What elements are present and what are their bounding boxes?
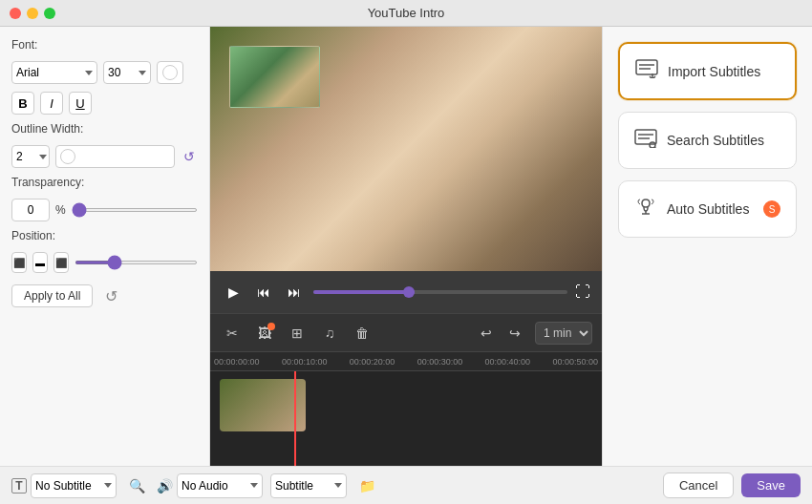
transparency-unit: %: [55, 203, 66, 217]
outline-color-swatch: [60, 149, 75, 164]
tick-0: 00:00:00:00: [214, 357, 260, 367]
color-swatch: [162, 65, 178, 80]
main-area: Font: Arial 30 B I U Outline Width: 2: [0, 27, 812, 466]
auto-subtitles-badge: S: [763, 200, 780, 218]
video-placeholder: [210, 27, 602, 271]
fullscreen-button[interactable]: ⛶: [575, 284, 590, 301]
undo-button[interactable]: ↩: [474, 321, 499, 346]
position-slider[interactable]: [75, 261, 198, 264]
underline-button[interactable]: U: [69, 92, 92, 115]
position-row: ⬛ ▬ ⬛: [11, 252, 198, 273]
timeline-tracks: [210, 371, 602, 466]
scissors-tool-button[interactable]: ✂: [220, 321, 245, 346]
footer: T No Subtitle 🔍 🔊 No Audio Subtitle 📁 Ca…: [0, 466, 812, 504]
timeline-ruler: 00:00:00:00 00:00:10:00 00:00:20:00 00:0…: [210, 352, 602, 371]
ruler-ticks: 00:00:00:00 00:00:10:00 00:00:20:00 00:0…: [214, 357, 598, 367]
outline-width-label: Outline Width:: [11, 122, 198, 136]
prev-frame-button[interactable]: ⏮: [252, 281, 275, 304]
title-bar: YouTube Intro: [0, 0, 812, 27]
progress-bar[interactable]: [313, 290, 567, 294]
center-area: ▶ ⏮ ⏭ ⛶ ✂ 🖼 ⊞ ♫ 🗑: [210, 27, 602, 466]
tick-3: 00:00:30:00: [417, 357, 463, 367]
font-row: Arial 30: [11, 61, 198, 84]
subtitle-select-container: T No Subtitle: [11, 473, 117, 498]
position-label: Position:: [11, 229, 198, 242]
svg-rect-0: [636, 60, 657, 74]
left-panel: Font: Arial 30 B I U Outline Width: 2: [0, 27, 210, 466]
transparency-slider[interactable]: [72, 208, 198, 212]
auto-subtitles-icon: [634, 198, 657, 221]
transparency-input[interactable]: [11, 199, 50, 221]
playhead: [294, 371, 296, 466]
maximize-button[interactable]: [44, 8, 55, 19]
import-subtitles-icon: [635, 59, 658, 83]
window-title: YouTube Intro: [368, 6, 445, 20]
progress-fill: [313, 290, 415, 294]
outline-color-container: [55, 145, 175, 168]
font-size-select[interactable]: 30: [103, 61, 151, 84]
cancel-button[interactable]: Cancel: [663, 472, 734, 498]
audio-select-container: 🔊 No Audio: [157, 473, 263, 498]
font-label: Font:: [11, 38, 198, 52]
search-subtitles-icon: [634, 129, 657, 153]
italic-button[interactable]: I: [40, 92, 63, 115]
search-subtitles-label: Search Subtitles: [667, 133, 764, 148]
track-clip[interactable]: [220, 379, 306, 431]
tick-5: 00:00:50:00: [552, 357, 598, 367]
grid-tool-button[interactable]: ⊞: [285, 321, 310, 346]
import-subtitles-label: Import Subtitles: [668, 64, 760, 79]
play-button[interactable]: ▶: [222, 281, 245, 304]
subtitle-icon: T: [11, 478, 27, 494]
svg-line-7: [654, 147, 656, 148]
notification-dot: [267, 323, 275, 330]
format-row: B I U: [11, 92, 198, 115]
timeline-area: ✂ 🖼 ⊞ ♫ 🗑 ↩ ↪ 1 min 00:00:0: [210, 313, 602, 466]
notification-tool-wrapper: 🖼: [252, 321, 277, 346]
outline-refresh-button[interactable]: ↺: [181, 148, 198, 165]
search-subtitles-option[interactable]: Search Subtitles: [618, 112, 797, 169]
footer-search-button[interactable]: 🔍: [124, 473, 149, 498]
right-panel: Import Subtitles Search Subtitles: [602, 27, 812, 466]
transparency-label: Transparency:: [11, 176, 198, 189]
tick-1: 00:00:10:00: [282, 357, 328, 367]
bold-button[interactable]: B: [11, 92, 34, 115]
undo-redo-group: ↩ ↪: [474, 321, 527, 346]
outline-width-select[interactable]: 2: [11, 145, 50, 168]
music-tool-button[interactable]: ♫: [317, 321, 342, 346]
traffic-lights: [10, 8, 55, 19]
trash-tool-button[interactable]: 🗑: [350, 321, 374, 346]
audio-icon: 🔊: [157, 478, 173, 494]
close-button[interactable]: [10, 8, 21, 19]
save-button[interactable]: Save: [741, 473, 801, 497]
redo-button[interactable]: ↪: [502, 321, 527, 346]
reset-button[interactable]: ↺: [100, 285, 121, 306]
transparency-row: %: [11, 199, 198, 221]
video-thumbnail: [229, 46, 320, 108]
tick-4: 00:00:40:00: [485, 357, 531, 367]
video-area: ▶ ⏮ ⏭ ⛶: [210, 27, 602, 313]
position-bottom-button[interactable]: ⬛: [53, 252, 69, 273]
subtitle-label-select[interactable]: Subtitle: [270, 473, 347, 498]
apply-to-all-button[interactable]: Apply to All: [11, 284, 93, 307]
outline-row: 2 ↺: [11, 145, 198, 168]
font-select[interactable]: Arial: [11, 61, 97, 84]
import-subtitles-option[interactable]: Import Subtitles: [618, 42, 797, 100]
timeline-toolbar: ✂ 🖼 ⊞ ♫ 🗑 ↩ ↪ 1 min: [210, 314, 602, 352]
tick-2: 00:00:20:00: [350, 357, 395, 367]
auto-subtitles-label: Auto Subtitles: [667, 201, 749, 217]
font-color-button[interactable]: [157, 61, 183, 84]
auto-subtitles-option[interactable]: Auto Subtitles S: [618, 180, 797, 238]
apply-row: Apply to All ↺: [11, 284, 198, 307]
position-top-button[interactable]: ⬛: [11, 252, 27, 273]
no-subtitle-select[interactable]: No Subtitle: [31, 473, 117, 498]
folder-button[interactable]: 📁: [354, 473, 379, 498]
minimize-button[interactable]: [27, 8, 38, 19]
next-frame-button[interactable]: ⏭: [283, 281, 306, 304]
video-controls: ▶ ⏮ ⏭ ⛶: [210, 271, 602, 313]
video-container: [210, 27, 602, 271]
no-audio-select[interactable]: No Audio: [177, 473, 263, 498]
time-zoom-select[interactable]: 1 min: [535, 322, 592, 345]
progress-handle: [403, 286, 415, 298]
position-center-button[interactable]: ▬: [32, 252, 48, 273]
